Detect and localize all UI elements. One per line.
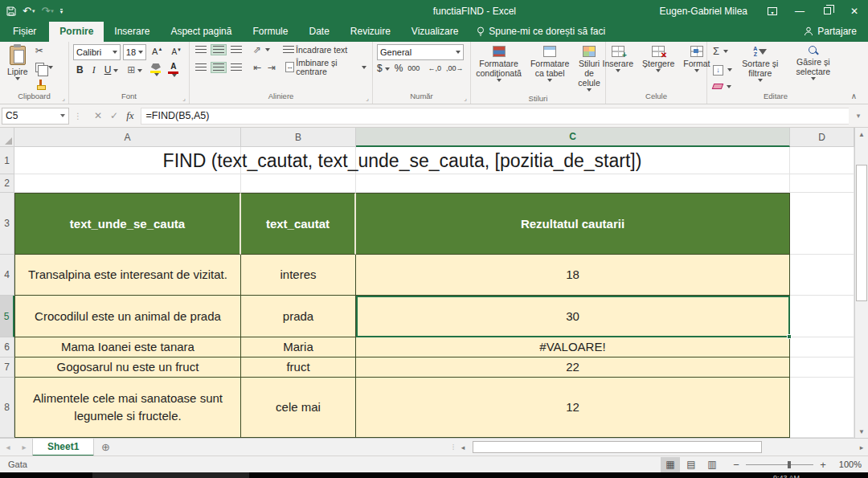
align-center-button[interactable]	[211, 63, 226, 72]
col-header-a[interactable]: A	[14, 128, 241, 147]
zoom-out-button[interactable]: −	[731, 459, 741, 471]
page-layout-view-button[interactable]: ▤	[682, 457, 701, 472]
normal-view-button[interactable]: ▦	[661, 457, 680, 472]
cell-a3[interactable]: text_unde_se_cauta	[14, 193, 241, 255]
ribbon-display-options-button[interactable]: ▾	[759, 0, 786, 22]
conditional-formatting-button[interactable]: Formatare condiționată	[473, 44, 525, 93]
scroll-left-button[interactable]: ◂	[457, 443, 469, 451]
cell-a6[interactable]: Mama Ioanei este tanara	[14, 337, 241, 357]
cell-a8[interactable]: Alimentele cele mai sanatoase sunt legum…	[14, 378, 241, 438]
align-middle-button[interactable]	[211, 45, 226, 55]
tell-me-box[interactable]: Spune-mi ce dorești să faci	[469, 22, 613, 42]
bold-button[interactable]: B	[73, 63, 87, 76]
row-header-1[interactable]: 1	[0, 147, 14, 174]
tab-page-layout[interactable]: Aspect pagină	[160, 22, 242, 42]
cell-d8[interactable]	[790, 378, 854, 438]
customize-qat-button[interactable]: ▾	[60, 9, 63, 14]
col-header-b[interactable]: B	[241, 128, 356, 147]
tab-review[interactable]: Revizuire	[340, 22, 401, 42]
cell-b6[interactable]: Maria	[241, 337, 356, 357]
tab-insert[interactable]: Inserare	[104, 22, 160, 42]
redo-button[interactable]: ↷▾	[41, 6, 53, 16]
name-box[interactable]: C5	[2, 108, 69, 125]
cell-c7[interactable]: 22	[356, 357, 790, 378]
cell-d3[interactable]	[790, 193, 854, 255]
fill-button[interactable]: ↓	[711, 64, 734, 76]
align-left-button[interactable]	[194, 63, 208, 72]
tab-view[interactable]: Vizualizare	[401, 22, 469, 42]
row-header-4[interactable]: 4	[0, 255, 14, 296]
alignment-dialog-launcher[interactable]: ⌟	[366, 95, 369, 102]
font-dialog-launcher[interactable]: ⌟	[182, 95, 186, 102]
cell-b3[interactable]: text_cautat	[241, 193, 356, 255]
save-button[interactable]	[6, 6, 16, 16]
vertical-scroll-thumb[interactable]	[856, 165, 867, 301]
shrink-font-button[interactable]: A▼	[168, 47, 185, 58]
orientation-button[interactable]: ⇗	[252, 44, 272, 55]
autosum-button[interactable]: Σ	[711, 45, 734, 57]
grow-font-button[interactable]: A▲	[149, 46, 166, 58]
vertical-scrollbar[interactable]: ▲ ▼	[854, 128, 868, 438]
tab-file[interactable]: Fișier	[0, 22, 49, 42]
percent-button[interactable]: %	[395, 63, 403, 74]
clipboard-dialog-launcher[interactable]: ⌟	[62, 95, 65, 102]
next-sheet-button[interactable]: ▸	[16, 443, 32, 451]
formula-bar-splitter[interactable]: ⋮	[74, 112, 83, 121]
cell-a4[interactable]: Transalpina este interesant de vizitat.	[14, 255, 241, 296]
decrease-indent-button[interactable]: ⇤	[252, 62, 263, 73]
tab-split-handle[interactable]: ⁞	[450, 443, 457, 451]
cell-c5-selected[interactable]: 30	[356, 296, 790, 337]
row-header-2[interactable]: 2	[0, 174, 14, 193]
cell-a7[interactable]: Gogosarul nu este un fruct	[14, 357, 241, 378]
cell-c6[interactable]: #VALOARE!	[356, 337, 790, 357]
add-sheet-button[interactable]: ⊕	[94, 441, 117, 453]
select-all-button[interactable]	[0, 128, 14, 147]
horizontal-scroll-thumb[interactable]	[473, 441, 762, 453]
cell-d1[interactable]	[790, 147, 854, 174]
tab-home[interactable]: Pornire	[49, 22, 104, 42]
fill-color-button[interactable]	[148, 63, 163, 77]
format-as-table-button[interactable]: Formatare ca tabel	[527, 44, 572, 93]
close-button[interactable]: ✕	[841, 0, 868, 22]
sheet-tab-sheet1[interactable]: Sheet1	[32, 439, 94, 456]
page-break-view-button[interactable]: ▥	[702, 457, 722, 472]
clear-button[interactable]	[711, 83, 734, 90]
wrap-text-button[interactable]: Încadrare text	[281, 45, 349, 55]
col-header-d[interactable]: D	[790, 128, 854, 147]
underline-button[interactable]: U	[101, 63, 122, 76]
number-dialog-launcher[interactable]: ⌟	[464, 95, 467, 102]
cell-d7[interactable]	[790, 357, 854, 378]
insert-cells-button[interactable]: + Inserare	[599, 44, 637, 91]
cell-c1[interactable]	[356, 147, 790, 174]
cell-a1[interactable]	[14, 147, 241, 174]
horizontal-scrollbar[interactable]: ⁞ ◂ ▸	[450, 439, 868, 456]
copy-button[interactable]	[34, 62, 55, 73]
cell-c8[interactable]: 12	[356, 378, 790, 438]
row-header-3[interactable]: 3	[0, 193, 14, 255]
align-top-button[interactable]	[194, 45, 208, 55]
minimize-button[interactable]: —	[786, 0, 813, 22]
cell-d2[interactable]	[790, 174, 854, 193]
font-color-button[interactable]: A	[166, 62, 181, 78]
enter-formula-button[interactable]: ✓	[110, 110, 118, 121]
scroll-right-button[interactable]: ▸	[855, 443, 868, 451]
borders-button[interactable]: ⊞	[124, 63, 145, 76]
cell-d6[interactable]	[790, 337, 854, 357]
cell-b8[interactable]: cele mai	[241, 378, 356, 438]
scroll-down-button[interactable]: ▼	[855, 425, 868, 438]
formula-input[interactable]: =FIND(B5,A5)	[141, 108, 849, 125]
prev-sheet-button[interactable]: ◂	[0, 443, 16, 451]
cell-c2[interactable]	[356, 174, 790, 193]
number-format-select[interactable]: General	[377, 44, 464, 60]
font-size-select[interactable]: 18	[123, 44, 146, 60]
cell-a2[interactable]	[14, 174, 241, 193]
insert-function-button[interactable]: fx	[126, 109, 133, 122]
scroll-up-button[interactable]: ▲	[855, 128, 868, 141]
col-header-c[interactable]: C	[356, 128, 790, 147]
zoom-level[interactable]: 100%	[833, 460, 862, 469]
align-right-button[interactable]	[229, 63, 244, 72]
delete-cells-button[interactable]: ✕ Ștergere	[639, 44, 678, 91]
cell-d4[interactable]	[790, 255, 854, 296]
align-bottom-button[interactable]	[229, 45, 244, 55]
cell-b2[interactable]	[241, 174, 356, 193]
